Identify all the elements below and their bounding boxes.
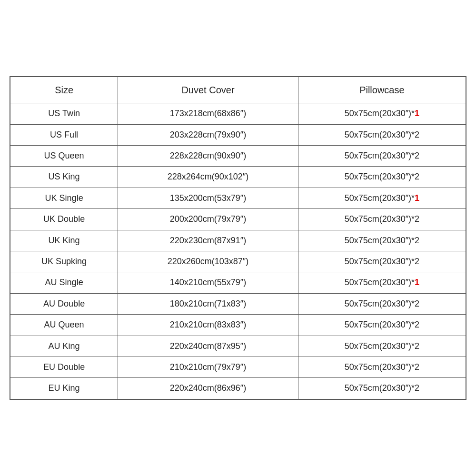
size-chart-container: Size Duvet Cover Pillowcase US Twin173x2… [10,76,466,399]
duvet-cell: 228x264cm(90x102″) [118,167,298,188]
duvet-cell: 210x210cm(83x83″) [118,315,298,336]
size-cell: AU Queen [10,315,118,336]
pillow-cell: 50x75cm(20x30″)*1 [298,103,466,124]
pillow-cell: 50x75cm(20x30″)*2 [298,167,466,188]
table-row: UK Supking220x260cm(103x87″)50x75cm(20x3… [10,251,466,272]
size-cell: AU King [10,336,118,357]
duvet-cell: 220x260cm(103x87″) [118,251,298,272]
table-row: AU Queen210x210cm(83x83″)50x75cm(20x30″)… [10,315,466,336]
pillow-cell: 50x75cm(20x30″)*1 [298,188,466,208]
size-cell: EU Double [10,357,118,377]
duvet-cell: 200x200cm(79x79″) [118,209,298,230]
table-row: US Full203x228cm(79x90″)50x75cm(20x30″)*… [10,124,466,145]
table-row: UK Single135x200cm(53x79″)50x75cm(20x30″… [10,188,466,208]
duvet-cell: 135x200cm(53x79″) [118,188,298,208]
pillow-cell: 50x75cm(20x30″)*2 [298,336,466,357]
duvet-cell: 203x228cm(79x90″) [118,124,298,145]
table-row: AU Double180x210cm(71x83″)50x75cm(20x30″… [10,293,466,314]
table-row: EU Double210x210cm(79x79″)50x75cm(20x30″… [10,357,466,377]
pillow-cell: 50x75cm(20x30″)*2 [298,293,466,314]
duvet-cell: 220x230cm(87x91″) [118,230,298,251]
header-size: Size [10,77,118,103]
size-cell: UK King [10,230,118,251]
pillow-cell: 50x75cm(20x30″)*2 [298,124,466,145]
pillow-cell: 50x75cm(20x30″)*2 [298,230,466,251]
duvet-cell: 140x210cm(55x79″) [118,272,298,293]
pillow-cell: 50x75cm(20x30″)*2 [298,357,466,377]
duvet-cell: 210x210cm(79x79″) [118,357,298,377]
table-row: AU King220x240cm(87x95″)50x75cm(20x30″)*… [10,336,466,357]
duvet-cell: 180x210cm(71x83″) [118,293,298,314]
size-cell: US Queen [10,146,118,167]
table-row: US Twin173x218cm(68x86″)50x75cm(20x30″)*… [10,103,466,124]
duvet-cell: 228x228cm(90x90″) [118,146,298,167]
table-row: EU King220x240cm(86x96″)50x75cm(20x30″)*… [10,378,466,399]
size-cell: AU Double [10,293,118,314]
table-row: UK King220x230cm(87x91″)50x75cm(20x30″)*… [10,230,466,251]
size-cell: EU King [10,378,118,399]
size-cell: US Full [10,124,118,145]
duvet-cell: 220x240cm(87x95″) [118,336,298,357]
size-cell: US Twin [10,103,118,124]
duvet-cell: 220x240cm(86x96″) [118,378,298,399]
header-pillowcase: Pillowcase [298,77,466,103]
size-cell: AU Single [10,272,118,293]
pillow-cell: 50x75cm(20x30″)*2 [298,315,466,336]
pillow-cell: 50x75cm(20x30″)*2 [298,209,466,230]
size-chart-table: Size Duvet Cover Pillowcase US Twin173x2… [10,77,466,399]
duvet-cell: 173x218cm(68x86″) [118,103,298,124]
header-duvet: Duvet Cover [118,77,298,103]
table-row: US King228x264cm(90x102″)50x75cm(20x30″)… [10,167,466,188]
table-row: AU Single140x210cm(55x79″)50x75cm(20x30″… [10,272,466,293]
table-header-row: Size Duvet Cover Pillowcase [10,77,466,103]
pillow-cell: 50x75cm(20x30″)*1 [298,272,466,293]
table-row: UK Double200x200cm(79x79″)50x75cm(20x30″… [10,209,466,230]
table-row: US Queen228x228cm(90x90″)50x75cm(20x30″)… [10,146,466,167]
pillow-cell: 50x75cm(20x30″)*2 [298,378,466,399]
size-cell: US King [10,167,118,188]
pillow-cell: 50x75cm(20x30″)*2 [298,146,466,167]
size-cell: UK Double [10,209,118,230]
size-cell: UK Supking [10,251,118,272]
pillow-cell: 50x75cm(20x30″)*2 [298,251,466,272]
size-cell: UK Single [10,188,118,208]
